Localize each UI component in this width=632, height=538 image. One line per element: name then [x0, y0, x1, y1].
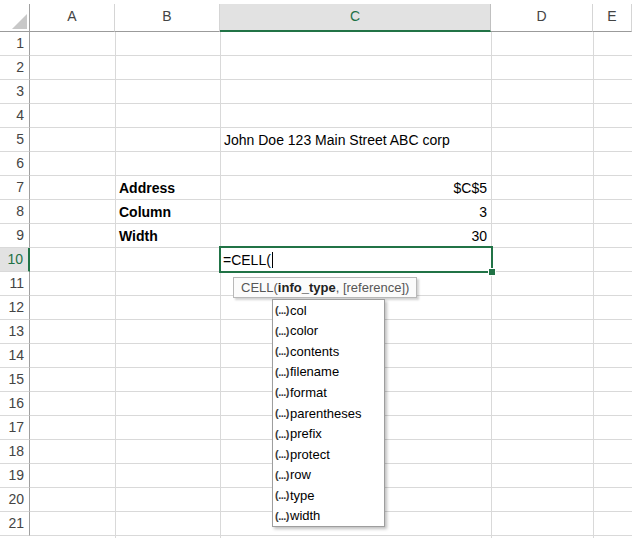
gridline-horizontal [30, 103, 632, 104]
column-header-c[interactable]: C [220, 4, 491, 32]
row-header-2[interactable]: 2 [0, 56, 30, 80]
row-header-21[interactable]: 21 [0, 512, 30, 536]
gridline-vertical [491, 32, 492, 538]
column-header-d[interactable]: D [491, 4, 593, 32]
gridline-horizontal [30, 79, 632, 80]
row-header-3[interactable]: 3 [0, 80, 30, 104]
row-header-11[interactable]: 11 [0, 272, 30, 296]
autocomplete-item-label: prefix [290, 426, 322, 441]
autocomplete-item-col[interactable]: (...)col [273, 300, 384, 321]
row-header-7[interactable]: 7 [0, 176, 30, 200]
formula-text: =CELL( [223, 252, 271, 268]
row-header-9[interactable]: 9 [0, 224, 30, 248]
row-header-5[interactable]: 5 [0, 128, 30, 152]
row-header-19[interactable]: 19 [0, 464, 30, 488]
cell-C5[interactable]: John Doe 123 Main Street ABC corp [224, 128, 450, 152]
autocomplete-item-label: type [290, 488, 315, 503]
fill-handle[interactable] [488, 268, 496, 276]
gridline-vertical [593, 32, 594, 538]
row-header-1[interactable]: 1 [0, 32, 30, 56]
row-header-18[interactable]: 18 [0, 440, 30, 464]
autocomplete-item-parentheses[interactable]: (...)parentheses [273, 403, 384, 424]
text-cursor [272, 252, 273, 268]
cell-C9[interactable]: 30 [224, 224, 487, 248]
autocomplete-item-filename[interactable]: (...)filename [273, 362, 384, 383]
enum-icon: (...) [275, 386, 289, 398]
autocomplete-item-label: color [290, 323, 318, 338]
column-header-a[interactable]: A [30, 4, 115, 32]
autocomplete-item-label: row [290, 467, 311, 482]
autocomplete-item-prefix[interactable]: (...)prefix [273, 423, 384, 444]
active-cell-editor[interactable]: =CELL( [219, 246, 493, 273]
row-header-16[interactable]: 16 [0, 392, 30, 416]
autocomplete-item-row[interactable]: (...)row [273, 464, 384, 485]
autocomplete-dropdown: (...)col(...)color(...)contents(...)file… [272, 299, 385, 527]
enum-icon: (...) [275, 345, 289, 357]
autocomplete-item-label: col [290, 303, 307, 318]
tooltip-prefix: CELL( [241, 280, 278, 295]
enum-icon: (...) [275, 510, 289, 522]
select-all-corner[interactable] [0, 4, 30, 32]
enum-icon: (...) [275, 469, 289, 481]
cell-B7[interactable]: Address [119, 176, 175, 200]
enum-icon: (...) [275, 489, 289, 501]
autocomplete-item-label: width [290, 508, 320, 523]
autocomplete-item-label: filename [290, 364, 339, 379]
cell-B8[interactable]: Column [119, 200, 171, 224]
row-header-17[interactable]: 17 [0, 416, 30, 440]
autocomplete-item-label: contents [290, 344, 339, 359]
enum-icon: (...) [275, 304, 289, 316]
enum-icon: (...) [275, 428, 289, 440]
row-header-20[interactable]: 20 [0, 488, 30, 512]
row-header-10[interactable]: 10 [0, 248, 30, 272]
tooltip-suffix: , [reference]) [336, 280, 410, 295]
enum-icon: (...) [275, 407, 289, 419]
tooltip-current-arg: info_type [278, 280, 336, 295]
row-header-12[interactable]: 12 [0, 296, 30, 320]
autocomplete-item-contents[interactable]: (...)contents [273, 341, 384, 362]
row-header-4[interactable]: 4 [0, 104, 30, 128]
autocomplete-item-label: format [290, 385, 327, 400]
row-header-13[interactable]: 13 [0, 320, 30, 344]
select-all-triangle-icon [12, 14, 27, 29]
autocomplete-item-color[interactable]: (...)color [273, 321, 384, 342]
autocomplete-item-type[interactable]: (...)type [273, 485, 384, 506]
cell-C8[interactable]: 3 [224, 200, 487, 224]
autocomplete-item-format[interactable]: (...)format [273, 382, 384, 403]
formula-hint-tooltip: CELL(info_type, [reference]) [233, 277, 417, 298]
gridline-vertical [115, 32, 116, 538]
row-header-15[interactable]: 15 [0, 368, 30, 392]
autocomplete-item-protect[interactable]: (...)protect [273, 444, 384, 465]
cell-C7[interactable]: $C$5 [224, 176, 487, 200]
gridline-horizontal [30, 535, 632, 536]
enum-icon: (...) [275, 366, 289, 378]
autocomplete-item-width[interactable]: (...)width [273, 505, 384, 526]
enum-icon: (...) [275, 448, 289, 460]
column-header-b[interactable]: B [115, 4, 220, 32]
row-header-6[interactable]: 6 [0, 152, 30, 176]
column-header-e[interactable]: E [593, 4, 632, 32]
gridline-vertical [220, 32, 221, 538]
row-header-8[interactable]: 8 [0, 200, 30, 224]
autocomplete-item-label: parentheses [290, 406, 362, 421]
gridline-horizontal [30, 55, 632, 56]
enum-icon: (...) [275, 325, 289, 337]
spreadsheet-grid: John Doe 123 Main Street ABC corp Addres… [0, 0, 632, 538]
autocomplete-item-label: protect [290, 447, 330, 462]
row-header-14[interactable]: 14 [0, 344, 30, 368]
cell-B9[interactable]: Width [119, 224, 158, 248]
